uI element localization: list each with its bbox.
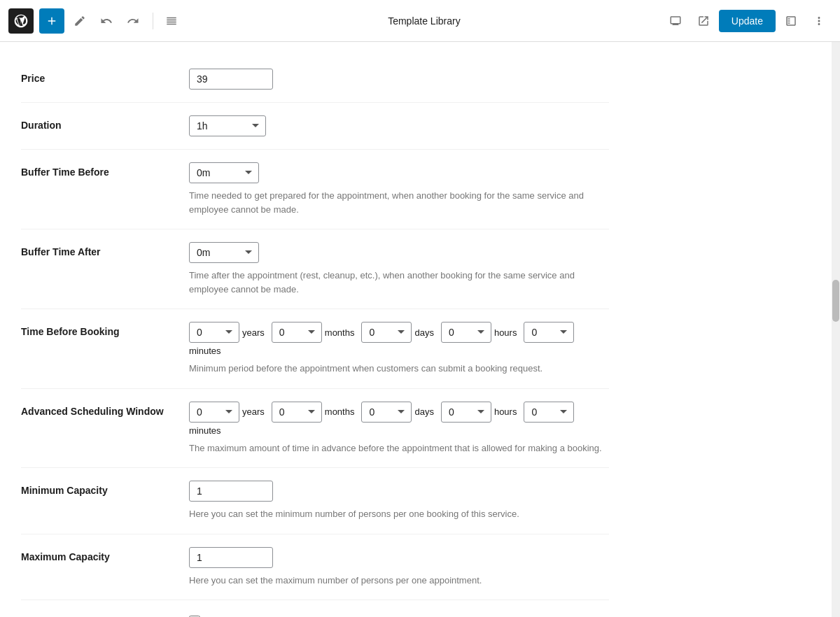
scrollbar-track[interactable] (832, 42, 840, 617)
add-button[interactable] (39, 8, 64, 34)
buffer-before-hint: Time needed to get prepared for the appo… (189, 189, 609, 216)
advanced-scheduling-label: Advanced Scheduling Window (21, 402, 189, 417)
more-options-button[interactable] (806, 8, 832, 34)
undo-button[interactable] (94, 8, 119, 34)
multiply-price-control: Multiply price by the number of people. (189, 613, 609, 617)
undo-icon (100, 15, 113, 27)
redo-button[interactable] (120, 8, 146, 34)
max-capacity-row: Maximum Capacity Here you can set the ma… (21, 534, 609, 601)
adv-years-label: years (242, 406, 265, 417)
buffer-before-label: Buffer Time Before (21, 162, 189, 178)
list-icon (165, 15, 178, 27)
adv-years-select[interactable]: 012 (189, 402, 239, 423)
edit-button[interactable] (67, 8, 92, 34)
time-before-years-select[interactable]: 012 (189, 322, 239, 343)
desktop-icon (669, 15, 682, 27)
multiply-price-row: Multiply Price Multiply price by the num… (21, 600, 609, 617)
list-icon-button[interactable] (159, 8, 184, 34)
buffer-before-select[interactable]: 0m 5m 10m 15m 30m (189, 162, 259, 183)
duration-row: Duration 1h 30m 45m 1h 30m 2h (21, 103, 609, 150)
duration-control: 1h 30m 45m 1h 30m 2h (189, 115, 609, 136)
multiply-price-label: Multiply Price (21, 613, 189, 617)
max-capacity-control: Here you can set the maximum number of p… (189, 547, 609, 588)
topbar-right: Update (663, 8, 832, 34)
redo-icon (127, 15, 139, 27)
wp-logo-icon (13, 13, 29, 29)
min-capacity-control: Here you can set the minimum number of p… (189, 481, 609, 521)
external-link-icon (697, 15, 710, 27)
multiply-price-checkbox-row: Multiply price by the number of people. (189, 613, 609, 617)
external-link-button[interactable] (691, 8, 716, 34)
buffer-after-control: 0m 5m 10m 15m 30m Time after the appoint… (189, 242, 609, 296)
adv-hours-select[interactable]: 012 (441, 402, 491, 423)
time-before-days-select[interactable]: 012 (361, 322, 412, 343)
scrollbar-thumb[interactable] (832, 280, 839, 322)
time-before-years-label: years (242, 327, 265, 338)
wp-logo (8, 8, 34, 34)
advanced-scheduling-inputs: 012 years 012 months 012 days 012 (189, 402, 609, 436)
price-control (189, 69, 609, 90)
adv-minutes-label: minutes (189, 425, 221, 436)
update-button[interactable]: Update (719, 10, 776, 32)
topbar-title: Template Library (186, 15, 663, 27)
buffer-after-label: Buffer Time After (21, 242, 189, 257)
duration-label: Duration (21, 115, 189, 131)
duration-select[interactable]: 1h 30m 45m 1h 30m 2h (189, 115, 266, 136)
advanced-scheduling-control: 012 years 012 months 012 days 012 (189, 402, 609, 455)
adv-months-label: months (325, 406, 355, 417)
time-before-booking-hint: Minimum period before the appointment wh… (189, 362, 609, 376)
price-row: Price (21, 56, 609, 103)
max-capacity-label: Maximum Capacity (21, 547, 189, 562)
adv-days-select[interactable]: 012 (361, 402, 412, 423)
buffer-after-select[interactable]: 0m 5m 10m 15m 30m (189, 242, 259, 263)
time-before-booking-row: Time Before Booking 012 years 012 months… (21, 309, 609, 389)
time-before-booking-control: 012 years 012 months 012 days 012 (189, 322, 609, 376)
buffer-after-row: Buffer Time After 0m 5m 10m 15m 30m Time… (21, 229, 609, 309)
buffer-before-control: 0m 5m 10m 15m 30m Time needed to get pre… (189, 162, 609, 216)
price-input[interactable] (189, 69, 273, 90)
min-capacity-input[interactable] (189, 481, 273, 502)
topbar: Template Library Update (0, 0, 840, 42)
topbar-divider (153, 13, 153, 29)
time-before-months-label: months (325, 327, 355, 338)
time-before-days-label: days (414, 327, 433, 338)
sidebar-toggle-button[interactable] (778, 8, 804, 34)
time-before-minutes-label: minutes (189, 346, 221, 356)
buffer-before-row: Buffer Time Before 0m 5m 10m 15m 30m Tim… (21, 150, 609, 229)
adv-hours-label: hours (494, 406, 517, 417)
adv-months-select[interactable]: 012 (272, 402, 322, 423)
advanced-scheduling-hint: The maximum amount of time in advance be… (189, 441, 609, 455)
time-before-minutes-select[interactable]: 01530 (524, 322, 574, 343)
min-capacity-row: Minimum Capacity Here you can set the mi… (21, 468, 609, 534)
pencil-icon (74, 15, 86, 27)
max-capacity-input[interactable] (189, 547, 273, 568)
page-wrapper: Price Duration 1h 30m 45m 1h 30m 2h (0, 42, 840, 617)
buffer-after-hint: Time after the appointment (rest, cleanu… (189, 269, 609, 296)
time-before-booking-inputs: 012 years 012 months 012 days 012 (189, 322, 609, 356)
time-before-hours-label: hours (494, 327, 517, 338)
min-capacity-label: Minimum Capacity (21, 481, 189, 496)
main-form: Price Duration 1h 30m 45m 1h 30m 2h (0, 42, 630, 617)
advanced-scheduling-row: Advanced Scheduling Window 012 years 012… (21, 389, 609, 469)
time-before-months-select[interactable]: 012 (272, 322, 322, 343)
min-capacity-hint: Here you can set the minimum number of p… (189, 507, 609, 521)
max-capacity-hint: Here you can set the maximum number of p… (189, 574, 609, 588)
time-before-hours-select[interactable]: 012 (441, 322, 491, 343)
time-before-booking-label: Time Before Booking (21, 322, 189, 337)
price-label: Price (21, 69, 189, 84)
desktop-view-button[interactable] (663, 8, 688, 34)
content-area: Price Duration 1h 30m 45m 1h 30m 2h (0, 42, 832, 617)
adv-days-label: days (414, 406, 433, 417)
adv-minutes-select[interactable]: 01530 (524, 402, 574, 423)
sidebar-icon (785, 15, 797, 27)
more-options-icon (813, 15, 825, 27)
plus-icon (46, 15, 58, 27)
